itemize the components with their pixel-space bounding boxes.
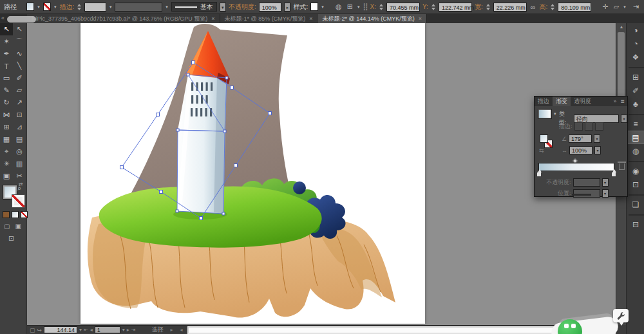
shear-dropdown-icon[interactable]: ▾: [623, 5, 627, 10]
layers-panel-icon[interactable]: ❏: [627, 198, 644, 211]
gradient-slider-bar[interactable]: [538, 163, 614, 171]
stroke-gradient-along-button[interactable]: [585, 122, 593, 131]
brush-dropdown-icon[interactable]: ▾: [165, 5, 169, 10]
stroke-gradient-within-button[interactable]: [574, 122, 583, 131]
y-input[interactable]: 122.742 mm: [439, 3, 472, 12]
color-guide-panel-icon[interactable]: ◔: [627, 37, 644, 50]
stroke-style-dropdown[interactable]: ▾: [220, 3, 226, 12]
eyedropper-tool[interactable]: ⌖: [0, 145, 13, 158]
artboard-dropdown-icon[interactable]: ▾: [122, 327, 125, 333]
symbol-sprayer-tool[interactable]: ✳: [0, 158, 13, 170]
tab-close-icon[interactable]: ×: [419, 15, 422, 22]
opacity-input[interactable]: 100%: [259, 3, 282, 12]
dock-divider-2[interactable]: [629, 111, 644, 115]
graphic-styles-panel-icon[interactable]: ♣: [627, 97, 644, 111]
selection-tool[interactable]: ↖: [0, 23, 13, 35]
align-icon[interactable]: ⊞: [346, 3, 354, 11]
style-swatch[interactable]: [310, 3, 318, 11]
gradient-stop-start[interactable]: [536, 172, 542, 177]
document-tab[interactable]: 未标题-1* @ 85% (CMYK/预览) ×: [220, 14, 318, 23]
stroke-weight-stepper[interactable]: [77, 4, 82, 10]
lasso-tool[interactable]: ⌒: [13, 35, 26, 48]
reference-point-grid-icon[interactable]: ⣿: [363, 3, 367, 11]
brush-definition-select[interactable]: [115, 3, 162, 12]
tab-transparency[interactable]: 透明度: [571, 97, 594, 106]
x-stepper[interactable]: [379, 4, 384, 10]
gradient-angle-input[interactable]: 179°: [569, 135, 592, 143]
appearance-panel-icon[interactable]: ◉: [627, 164, 644, 178]
dock-control-icon[interactable]: ⇥: [632, 3, 640, 11]
recolor-artwork-icon[interactable]: ◍: [334, 3, 343, 11]
tab-gradient[interactable]: 渐变: [553, 97, 571, 106]
toolbar-collapse-icon[interactable]: «: [1, 15, 5, 21]
opacity-dropdown[interactable]: ▸: [284, 3, 290, 12]
color-button[interactable]: [3, 211, 10, 218]
zoom-level-input[interactable]: 144.14: [44, 326, 77, 333]
gradient-swatch-dropdown-icon[interactable]: ▾: [553, 111, 557, 116]
scroll-up-icon[interactable]: ▲: [616, 23, 627, 31]
canvas-pasteboard[interactable]: [27, 23, 616, 325]
stroke-color-swatch[interactable]: [43, 3, 51, 11]
panel-overflow-icon[interactable]: »: [614, 98, 616, 104]
screen-mode-icon[interactable]: ⊡: [8, 234, 14, 243]
mesh-tool[interactable]: ▦: [0, 133, 13, 145]
dock-divider-1[interactable]: [629, 64, 644, 68]
draw-behind-icon[interactable]: ▣: [15, 223, 21, 230]
rectangle-tool[interactable]: ▭: [0, 72, 13, 84]
document-tab[interactable]: NiPic_377395_406b9cdd7b17c93b.ai* @ 143.…: [27, 14, 220, 23]
scroll-right-icon[interactable]: ▸: [171, 327, 173, 333]
column-graph-tool[interactable]: ▥: [13, 158, 26, 170]
asset-export-panel-icon[interactable]: ⊟: [627, 218, 644, 231]
type-tool[interactable]: T: [0, 60, 13, 72]
blend-tool[interactable]: ◎: [13, 145, 26, 158]
stroke-gradient-across-button[interactable]: [595, 122, 603, 131]
scroll-left-icon[interactable]: ◂: [180, 327, 183, 333]
aspect-ratio-input[interactable]: 100%: [569, 146, 592, 154]
height-input[interactable]: 80.109 mm: [558, 3, 591, 12]
x-input[interactable]: 70.455 mm: [386, 3, 420, 12]
slice-tool[interactable]: ✂: [13, 170, 26, 182]
type-dropdown-icon[interactable]: ▾: [621, 115, 627, 123]
curvature-tool[interactable]: ∿: [13, 48, 26, 60]
artboard-number-input[interactable]: 1: [95, 326, 120, 333]
status-left-icon-1[interactable]: ▢: [30, 327, 35, 333]
width-input[interactable]: 22.226 mm: [493, 3, 527, 12]
next-artboard-icon[interactable]: ▸: [127, 327, 129, 333]
pencil-tool[interactable]: ✎: [0, 84, 13, 97]
perspective-grid-tool[interactable]: ⊿: [13, 121, 26, 133]
zoom-dropdown-icon[interactable]: ▾: [79, 327, 82, 333]
opacity-label[interactable]: 不透明度:: [229, 3, 256, 12]
artboard-tool[interactable]: ▣: [0, 170, 13, 182]
line-segment-tool[interactable]: ╲: [13, 60, 26, 72]
fill-dropdown-icon[interactable]: ▾: [37, 5, 41, 10]
last-artboard-icon[interactable]: ⇥: [131, 327, 136, 333]
stroke-weight-dropdown-icon[interactable]: ▾: [109, 5, 113, 10]
tab-stroke[interactable]: 描边: [535, 97, 553, 106]
style-dropdown-icon[interactable]: ▾: [321, 5, 325, 10]
angle-dropdown-icon[interactable]: ▾: [594, 135, 600, 143]
tab-close-icon[interactable]: ×: [309, 15, 312, 22]
gradient-stop-end[interactable]: [611, 172, 616, 177]
panel-resize-grip[interactable]: [572, 194, 591, 196]
draw-normal-icon[interactable]: ▢: [4, 223, 10, 230]
status-left-icon-2[interactable]: ↪: [37, 327, 43, 333]
height-stepper[interactable]: [550, 4, 555, 10]
dock-divider-3[interactable]: [629, 158, 644, 162]
paintbrush-tool[interactable]: ✐: [13, 72, 26, 84]
rotate-tool[interactable]: ↻: [0, 97, 13, 109]
links-panel-icon[interactable]: ⊡: [627, 178, 644, 191]
wrench-tooltip-bubble[interactable]: [613, 309, 629, 322]
shear-icon[interactable]: ▱: [612, 3, 620, 11]
stroke-style-select[interactable]: 基本: [171, 2, 217, 12]
fill-color-swatch[interactable]: [26, 3, 34, 11]
toolbar-header-grip[interactable]: [7, 16, 36, 23]
transparency-panel-icon[interactable]: ◍: [627, 144, 644, 158]
dock-divider-4[interactable]: [629, 191, 644, 196]
free-transform-tool[interactable]: ⊡: [13, 109, 26, 121]
brushes-panel-icon[interactable]: ✐: [627, 84, 644, 97]
panel-fill-indicator[interactable]: [540, 135, 548, 143]
gradient-button[interactable]: [12, 211, 19, 218]
stroke-weight-label[interactable]: 描边:: [59, 3, 74, 12]
eraser-tool[interactable]: ▱: [13, 84, 26, 97]
stroke-panel-icon[interactable]: ≡: [627, 117, 644, 131]
